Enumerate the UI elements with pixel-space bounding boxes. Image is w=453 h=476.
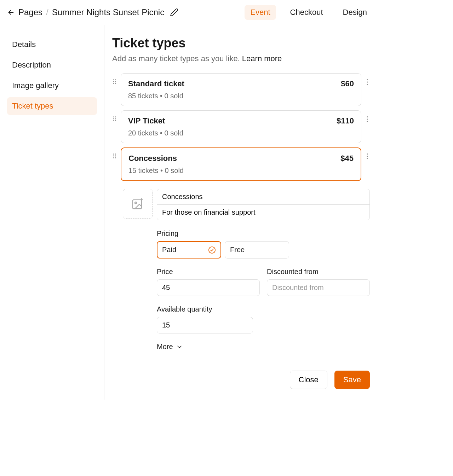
ticket-price: $110 bbox=[337, 116, 354, 126]
svg-point-13 bbox=[115, 118, 116, 120]
svg-point-10 bbox=[113, 116, 114, 117]
breadcrumb-separator: / bbox=[46, 7, 48, 17]
chevron-down-icon bbox=[176, 343, 183, 350]
ticket-price: $60 bbox=[341, 79, 354, 88]
ticket-menu-button[interactable] bbox=[365, 73, 370, 85]
qty-input[interactable] bbox=[157, 317, 253, 333]
ticket-name: Standard ticket bbox=[128, 79, 184, 88]
sidebar: Details Description Image gallery Ticket… bbox=[0, 25, 104, 400]
svg-point-26 bbox=[367, 156, 368, 157]
back-button[interactable] bbox=[7, 8, 15, 16]
drag-handle[interactable] bbox=[112, 110, 117, 122]
svg-rect-28 bbox=[133, 200, 142, 209]
sidebar-item-image-gallery[interactable]: Image gallery bbox=[7, 77, 97, 94]
main: Ticket types Add as many ticket types as… bbox=[104, 25, 377, 400]
header: Pages / Summer Nights Sunset Picnic Even… bbox=[0, 0, 377, 25]
ticket-row: Standard ticket $60 85 tickets • 0 sold bbox=[112, 73, 370, 106]
ticket-sub: 15 tickets • 0 sold bbox=[128, 167, 354, 175]
save-button[interactable]: Save bbox=[334, 371, 370, 389]
image-plus-icon bbox=[131, 197, 144, 210]
svg-point-4 bbox=[115, 81, 116, 82]
ticket-menu-button[interactable] bbox=[365, 110, 370, 122]
svg-point-2 bbox=[115, 79, 116, 80]
ticket-name: Concessions bbox=[128, 154, 177, 163]
kebab-icon bbox=[366, 116, 368, 122]
drag-handle-icon bbox=[113, 116, 117, 122]
pricing-options: Paid Free bbox=[157, 241, 370, 259]
svg-point-14 bbox=[113, 120, 114, 121]
pricing-option-label: Paid bbox=[162, 246, 176, 254]
ticket-card-concessions[interactable]: Concessions $45 15 tickets • 0 sold bbox=[121, 147, 361, 181]
svg-point-30 bbox=[209, 246, 215, 253]
ticket-row: Concessions $45 15 tickets • 0 sold bbox=[112, 147, 370, 181]
svg-point-19 bbox=[113, 153, 114, 155]
breadcrumb-title: Summer Nights Sunset Picnic bbox=[52, 7, 164, 17]
footer-buttons: Close Save bbox=[112, 371, 370, 389]
tab-event[interactable]: Event bbox=[245, 5, 276, 20]
learn-more-link[interactable]: Learn more bbox=[242, 54, 282, 63]
edit-top-row bbox=[123, 189, 370, 220]
tab-design[interactable]: Design bbox=[337, 5, 373, 20]
ticket-card-top: Concessions $45 bbox=[128, 154, 354, 163]
pricing-option-paid[interactable]: Paid bbox=[157, 241, 221, 259]
svg-point-5 bbox=[113, 83, 114, 84]
qty-label: Available quantity bbox=[157, 305, 370, 313]
svg-point-24 bbox=[115, 157, 116, 158]
drag-handle[interactable] bbox=[112, 147, 117, 159]
svg-point-12 bbox=[113, 118, 114, 120]
ticket-desc-input[interactable] bbox=[157, 205, 369, 220]
price-label: Price bbox=[157, 268, 260, 276]
tab-checkout[interactable]: Checkout bbox=[285, 5, 329, 20]
price-row: Price Discounted from bbox=[157, 268, 370, 296]
ticket-sub: 85 tickets • 0 sold bbox=[128, 92, 354, 100]
svg-point-21 bbox=[113, 156, 114, 157]
svg-point-22 bbox=[115, 156, 116, 157]
edit-title-button[interactable] bbox=[170, 8, 178, 17]
discount-input[interactable] bbox=[267, 279, 370, 296]
pricing-option-free[interactable]: Free bbox=[225, 241, 289, 259]
ticket-menu-button[interactable] bbox=[365, 147, 370, 159]
discount-col: Discounted from bbox=[267, 268, 370, 296]
breadcrumb-root[interactable]: Pages bbox=[18, 7, 42, 17]
pencil-icon bbox=[170, 8, 178, 17]
ticket-name-input[interactable] bbox=[157, 189, 369, 204]
layout: Details Description Image gallery Ticket… bbox=[0, 25, 377, 400]
svg-point-17 bbox=[367, 118, 368, 120]
price-input[interactable] bbox=[157, 279, 260, 296]
breadcrumb-wrap: Pages / Summer Nights Sunset Picnic bbox=[7, 7, 178, 17]
check-circle-icon bbox=[208, 246, 216, 254]
ticket-name: VIP Ticket bbox=[128, 116, 165, 126]
name-desc-group bbox=[157, 189, 370, 220]
kebab-icon bbox=[366, 79, 368, 85]
ticket-sub: 20 tickets • 0 sold bbox=[128, 129, 354, 137]
pricing-label: Pricing bbox=[157, 230, 370, 238]
page-description-text: Add as many ticket types as you like. bbox=[112, 54, 242, 63]
price-col: Price bbox=[157, 268, 260, 296]
arrow-left-icon bbox=[7, 8, 15, 16]
sidebar-item-ticket-types[interactable]: Ticket types bbox=[7, 97, 97, 115]
drag-handle[interactable] bbox=[112, 73, 117, 85]
pricing-option-label: Free bbox=[230, 246, 245, 254]
sidebar-item-description[interactable]: Description bbox=[7, 56, 97, 74]
ticket-card-standard[interactable]: Standard ticket $60 85 tickets • 0 sold bbox=[121, 73, 361, 106]
more-toggle[interactable]: More bbox=[157, 343, 370, 351]
ticket-card-top: Standard ticket $60 bbox=[128, 79, 354, 88]
svg-point-6 bbox=[115, 83, 116, 84]
sidebar-item-details[interactable]: Details bbox=[7, 36, 97, 53]
svg-point-20 bbox=[115, 153, 116, 155]
svg-point-1 bbox=[113, 79, 114, 80]
breadcrumb: Pages / Summer Nights Sunset Picnic bbox=[18, 7, 164, 17]
ticket-row: VIP Ticket $110 20 tickets • 0 sold bbox=[112, 110, 370, 143]
svg-point-18 bbox=[367, 121, 368, 122]
drag-handle-icon bbox=[113, 79, 117, 85]
form-section: Pricing Paid Free Price bbox=[157, 230, 370, 351]
ticket-card-vip[interactable]: VIP Ticket $110 20 tickets • 0 sold bbox=[121, 110, 361, 143]
svg-point-29 bbox=[135, 202, 137, 204]
discount-label: Discounted from bbox=[267, 268, 370, 276]
edit-panel: Pricing Paid Free Price bbox=[123, 189, 370, 351]
qty-row: Available quantity bbox=[157, 305, 370, 333]
image-upload-button[interactable] bbox=[123, 189, 153, 219]
page-description: Add as many ticket types as you like. Le… bbox=[112, 54, 370, 63]
svg-point-3 bbox=[113, 81, 114, 82]
close-button[interactable]: Close bbox=[290, 371, 327, 389]
